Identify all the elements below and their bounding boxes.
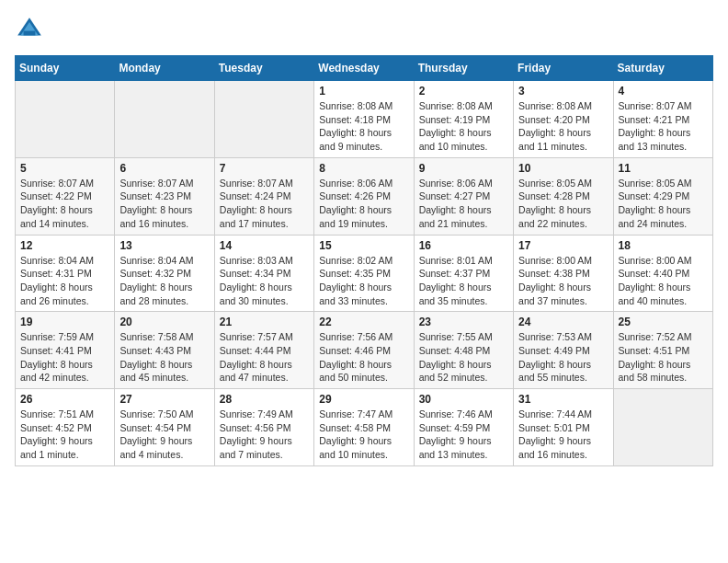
day-number: 30	[419, 393, 508, 406]
weekday-header-wednesday: Wednesday	[314, 56, 414, 81]
day-number: 15	[319, 239, 408, 252]
day-cell: 4Sunrise: 8:07 AM Sunset: 4:21 PM Daylig…	[613, 81, 712, 158]
day-number: 16	[419, 239, 508, 252]
weekday-header-monday: Monday	[115, 56, 214, 81]
day-cell: 19Sunrise: 7:59 AM Sunset: 4:41 PM Dayli…	[16, 312, 115, 389]
day-info: Sunrise: 8:06 AM Sunset: 4:27 PM Dayligh…	[419, 177, 508, 231]
week-row-4: 19Sunrise: 7:59 AM Sunset: 4:41 PM Dayli…	[16, 312, 713, 389]
day-number: 17	[518, 239, 608, 252]
day-cell: 10Sunrise: 8:05 AM Sunset: 4:28 PM Dayli…	[514, 157, 613, 235]
day-cell	[613, 389, 712, 466]
day-cell: 30Sunrise: 7:46 AM Sunset: 4:59 PM Dayli…	[414, 389, 513, 466]
weekday-header-sunday: Sunday	[16, 56, 115, 81]
day-cell	[115, 81, 214, 158]
day-number: 8	[319, 162, 408, 175]
weekday-header-friday: Friday	[514, 56, 613, 81]
day-info: Sunrise: 8:07 AM Sunset: 4:22 PM Dayligh…	[20, 177, 109, 231]
day-number: 27	[119, 393, 209, 406]
day-cell: 15Sunrise: 8:02 AM Sunset: 4:35 PM Dayli…	[314, 235, 414, 312]
day-number: 28	[220, 393, 309, 406]
week-row-3: 12Sunrise: 8:04 AM Sunset: 4:31 PM Dayli…	[16, 235, 713, 312]
day-cell: 5Sunrise: 8:07 AM Sunset: 4:22 PM Daylig…	[16, 157, 115, 235]
day-info: Sunrise: 7:49 AM Sunset: 4:56 PM Dayligh…	[220, 408, 309, 462]
day-number: 2	[419, 85, 508, 98]
day-cell: 3Sunrise: 8:08 AM Sunset: 4:20 PM Daylig…	[514, 81, 613, 158]
weekday-header-tuesday: Tuesday	[214, 56, 313, 81]
day-number: 12	[20, 239, 109, 252]
week-row-2: 5Sunrise: 8:07 AM Sunset: 4:22 PM Daylig…	[16, 157, 713, 235]
day-info: Sunrise: 8:08 AM Sunset: 4:18 PM Dayligh…	[319, 99, 408, 154]
day-info: Sunrise: 8:04 AM Sunset: 4:31 PM Dayligh…	[20, 254, 109, 308]
day-number: 1	[319, 85, 408, 98]
logo-icon	[15, 15, 44, 44]
day-info: Sunrise: 8:00 AM Sunset: 4:40 PM Dayligh…	[619, 254, 708, 308]
day-number: 21	[220, 316, 309, 328]
day-info: Sunrise: 7:56 AM Sunset: 4:46 PM Dayligh…	[319, 330, 408, 385]
day-info: Sunrise: 8:05 AM Sunset: 4:29 PM Dayligh…	[619, 177, 708, 231]
day-number: 23	[419, 316, 508, 328]
day-cell: 21Sunrise: 7:57 AM Sunset: 4:44 PM Dayli…	[214, 312, 313, 389]
day-info: Sunrise: 8:05 AM Sunset: 4:28 PM Dayligh…	[518, 177, 608, 231]
day-number: 18	[619, 239, 708, 252]
weekday-row: SundayMondayTuesdayWednesdayThursdayFrid…	[16, 56, 713, 81]
day-info: Sunrise: 7:50 AM Sunset: 4:54 PM Dayligh…	[119, 408, 209, 462]
day-cell: 20Sunrise: 7:58 AM Sunset: 4:43 PM Dayli…	[115, 312, 214, 389]
day-info: Sunrise: 7:58 AM Sunset: 4:43 PM Dayligh…	[119, 330, 209, 385]
day-number: 14	[220, 239, 309, 252]
day-cell: 23Sunrise: 7:55 AM Sunset: 4:48 PM Dayli…	[414, 312, 513, 389]
day-cell: 2Sunrise: 8:08 AM Sunset: 4:19 PM Daylig…	[414, 81, 513, 158]
day-cell: 13Sunrise: 8:04 AM Sunset: 4:32 PM Dayli…	[115, 235, 214, 312]
day-cell: 6Sunrise: 8:07 AM Sunset: 4:23 PM Daylig…	[115, 157, 214, 235]
day-cell: 1Sunrise: 8:08 AM Sunset: 4:18 PM Daylig…	[314, 81, 414, 158]
day-info: Sunrise: 8:07 AM Sunset: 4:23 PM Dayligh…	[119, 177, 209, 231]
day-info: Sunrise: 7:59 AM Sunset: 4:41 PM Dayligh…	[20, 330, 109, 385]
day-cell: 9Sunrise: 8:06 AM Sunset: 4:27 PM Daylig…	[414, 157, 513, 235]
day-info: Sunrise: 7:46 AM Sunset: 4:59 PM Dayligh…	[419, 408, 508, 462]
day-cell: 27Sunrise: 7:50 AM Sunset: 4:54 PM Dayli…	[115, 389, 214, 466]
day-number: 10	[518, 162, 608, 175]
day-cell: 31Sunrise: 7:44 AM Sunset: 5:01 PM Dayli…	[514, 389, 613, 466]
day-info: Sunrise: 7:47 AM Sunset: 4:58 PM Dayligh…	[319, 408, 408, 462]
day-info: Sunrise: 7:51 AM Sunset: 4:52 PM Dayligh…	[20, 408, 109, 462]
day-number: 26	[20, 393, 109, 406]
day-cell: 28Sunrise: 7:49 AM Sunset: 4:56 PM Dayli…	[214, 389, 313, 466]
day-cell: 14Sunrise: 8:03 AM Sunset: 4:34 PM Dayli…	[214, 235, 313, 312]
day-cell: 26Sunrise: 7:51 AM Sunset: 4:52 PM Dayli…	[16, 389, 115, 466]
day-cell: 12Sunrise: 8:04 AM Sunset: 4:31 PM Dayli…	[16, 235, 115, 312]
svg-rect-2	[24, 31, 36, 36]
day-cell: 24Sunrise: 7:53 AM Sunset: 4:49 PM Dayli…	[514, 312, 613, 389]
day-cell: 17Sunrise: 8:00 AM Sunset: 4:38 PM Dayli…	[514, 235, 613, 312]
day-info: Sunrise: 8:01 AM Sunset: 4:37 PM Dayligh…	[419, 254, 508, 308]
day-info: Sunrise: 7:57 AM Sunset: 4:44 PM Dayligh…	[220, 330, 309, 385]
logo	[15, 15, 48, 44]
day-number: 19	[20, 316, 109, 328]
day-info: Sunrise: 8:02 AM Sunset: 4:35 PM Dayligh…	[319, 254, 408, 308]
day-info: Sunrise: 7:55 AM Sunset: 4:48 PM Dayligh…	[419, 330, 508, 385]
day-number: 31	[518, 393, 608, 406]
calendar-table: SundayMondayTuesdayWednesdayThursdayFrid…	[15, 55, 713, 466]
calendar-body: 1Sunrise: 8:08 AM Sunset: 4:18 PM Daylig…	[16, 81, 713, 466]
day-cell: 29Sunrise: 7:47 AM Sunset: 4:58 PM Dayli…	[314, 389, 414, 466]
day-number: 9	[419, 162, 508, 175]
day-number: 11	[619, 162, 708, 175]
day-info: Sunrise: 7:53 AM Sunset: 4:49 PM Dayligh…	[518, 330, 608, 385]
day-info: Sunrise: 8:00 AM Sunset: 4:38 PM Dayligh…	[518, 254, 608, 308]
week-row-5: 26Sunrise: 7:51 AM Sunset: 4:52 PM Dayli…	[16, 389, 713, 466]
day-info: Sunrise: 8:03 AM Sunset: 4:34 PM Dayligh…	[220, 254, 309, 308]
calendar-header: SundayMondayTuesdayWednesdayThursdayFrid…	[16, 56, 713, 81]
day-cell: 16Sunrise: 8:01 AM Sunset: 4:37 PM Dayli…	[414, 235, 513, 312]
day-info: Sunrise: 7:52 AM Sunset: 4:51 PM Dayligh…	[619, 330, 708, 385]
weekday-header-saturday: Saturday	[613, 56, 712, 81]
week-row-1: 1Sunrise: 8:08 AM Sunset: 4:18 PM Daylig…	[16, 81, 713, 158]
day-cell: 18Sunrise: 8:00 AM Sunset: 4:40 PM Dayli…	[613, 235, 712, 312]
day-cell: 25Sunrise: 7:52 AM Sunset: 4:51 PM Dayli…	[613, 312, 712, 389]
day-number: 6	[119, 162, 209, 175]
day-number: 22	[319, 316, 408, 328]
day-info: Sunrise: 8:07 AM Sunset: 4:21 PM Dayligh…	[619, 99, 708, 154]
day-number: 4	[619, 85, 708, 98]
day-info: Sunrise: 8:04 AM Sunset: 4:32 PM Dayligh…	[119, 254, 209, 308]
day-cell: 8Sunrise: 8:06 AM Sunset: 4:26 PM Daylig…	[314, 157, 414, 235]
day-info: Sunrise: 8:06 AM Sunset: 4:26 PM Dayligh…	[319, 177, 408, 231]
day-number: 3	[518, 85, 608, 98]
weekday-header-thursday: Thursday	[414, 56, 513, 81]
